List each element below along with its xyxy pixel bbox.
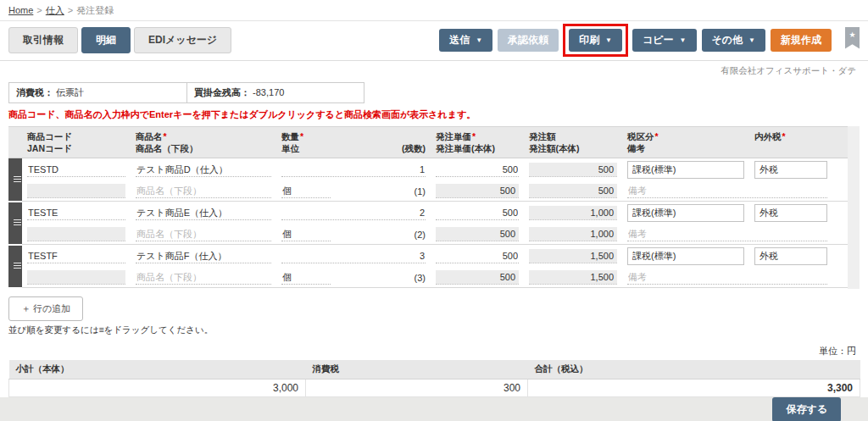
table-row-subline: (3) 500 1,500 bbox=[8, 268, 848, 288]
amount-body-readonly: 1,500 bbox=[529, 270, 617, 285]
amount-readonly: 1,500 bbox=[529, 249, 617, 263]
company-name: 有限会社オフィスサポート・ダテ bbox=[0, 61, 868, 79]
amount-readonly: 1,000 bbox=[529, 206, 617, 220]
print-highlight-box: 印刷▼ bbox=[563, 24, 628, 57]
add-row-button[interactable]: ＋ 行の追加 bbox=[8, 296, 83, 321]
subtotal-value: 3,000 bbox=[9, 379, 306, 396]
tax-header: 消費税 bbox=[306, 360, 528, 379]
breadcrumb-current: 発注登録 bbox=[76, 5, 114, 15]
chevron-down-icon: ▼ bbox=[605, 37, 612, 44]
memo-input[interactable] bbox=[627, 184, 827, 198]
drag-grip-icon bbox=[14, 219, 21, 226]
breadcrumb-home-link[interactable]: Home bbox=[8, 5, 33, 15]
unit-yen-note: 単位：円 bbox=[12, 345, 856, 357]
remaining-qty: (3) bbox=[415, 273, 426, 283]
product-name-input[interactable] bbox=[136, 163, 271, 177]
totals-value-row: 3,000 300 3,300 bbox=[9, 379, 860, 396]
tax-class-select[interactable]: 課税(標準) bbox=[627, 204, 744, 222]
col-header-actions bbox=[832, 127, 848, 158]
breadcrumb-separator: > bbox=[68, 5, 73, 15]
chevron-down-icon: ▼ bbox=[680, 37, 687, 44]
breadcrumb-purchase-link[interactable]: 仕入 bbox=[46, 5, 64, 15]
drag-handle[interactable] bbox=[8, 158, 22, 202]
save-button[interactable]: 保存する bbox=[772, 397, 841, 421]
totals-table: 小計（本体） 消費税 合計（税込） 3,000 300 3,300 bbox=[8, 360, 860, 397]
jan-code-readonly bbox=[27, 227, 125, 241]
required-mark: * bbox=[472, 131, 476, 141]
summary-info-strip: 消費税： 伝票計 買掛金残高： -83,170 bbox=[8, 82, 364, 103]
product-name2-input[interactable] bbox=[136, 184, 271, 198]
subtotal-header: 小計（本体） bbox=[9, 360, 306, 379]
product-code-input[interactable] bbox=[27, 249, 125, 263]
others-button[interactable]: その他▼ bbox=[702, 29, 765, 52]
total-header: 合計（税込） bbox=[528, 360, 860, 379]
tax-value: 300 bbox=[306, 379, 528, 396]
unit-price-input[interactable] bbox=[436, 163, 519, 177]
tab-detail[interactable]: 明細 bbox=[81, 27, 131, 53]
quantity-input[interactable] bbox=[281, 163, 426, 177]
table-row: 500 課税(標準) 外税 bbox=[8, 158, 848, 182]
breadcrumb-separator: > bbox=[36, 5, 42, 15]
breadcrumb: Home>仕入>発注登録 bbox=[0, 0, 868, 21]
star-icon: ★ bbox=[849, 30, 855, 49]
bookmark-ribbon[interactable]: ★ bbox=[845, 27, 860, 49]
memo-input[interactable] bbox=[627, 227, 827, 241]
unit-price-input[interactable] bbox=[436, 249, 519, 263]
remaining-qty: (1) bbox=[415, 186, 426, 197]
unit-price-input[interactable] bbox=[436, 206, 519, 220]
items-header-row: 商品コードJANコード 商品名*商品名（下段） 数量*単位(残数) 発注単価*発… bbox=[8, 127, 848, 158]
total-value: 3,300 bbox=[528, 379, 860, 396]
drag-column-header bbox=[8, 127, 22, 158]
in-out-tax-select[interactable]: 外税 bbox=[754, 247, 827, 265]
action-toolbar: 送信▼ 承認依頼 印刷▼ コピー▼ その他▼ 新規作成 ★ bbox=[439, 29, 860, 52]
product-name2-input[interactable] bbox=[136, 270, 271, 285]
drag-handle[interactable] bbox=[8, 202, 22, 245]
print-button[interactable]: 印刷▼ bbox=[569, 29, 622, 52]
unit-input[interactable] bbox=[281, 227, 331, 241]
product-name2-input[interactable] bbox=[136, 227, 271, 241]
tab-list: 取引情報 明細 EDIメッセージ bbox=[8, 27, 231, 53]
col-header-in-out-tax: 内外税* bbox=[749, 127, 832, 158]
scrollbar-track[interactable] bbox=[848, 126, 860, 289]
items-table: 商品コードJANコード 商品名*商品名（下段） 数量*単位(残数) 発注単価*発… bbox=[8, 126, 848, 289]
drag-handle[interactable] bbox=[8, 245, 22, 288]
totals-header-row: 小計（本体） 消費税 合計（税込） bbox=[9, 360, 860, 379]
copy-button[interactable]: コピー▼ bbox=[632, 29, 696, 52]
unit-input[interactable] bbox=[281, 270, 331, 285]
order-registration-page: Home>仕入>発注登録 取引情報 明細 EDIメッセージ 送信▼ 承認依頼 印… bbox=[0, 0, 868, 421]
product-code-input[interactable] bbox=[27, 163, 125, 177]
table-row: 1,500 課税(標準) 外税 bbox=[8, 245, 848, 269]
in-out-tax-select[interactable]: 外税 bbox=[754, 204, 827, 222]
create-new-button[interactable]: 新規作成 bbox=[771, 29, 832, 52]
consumption-tax-mode: 消費税： 伝票計 bbox=[9, 83, 187, 102]
drag-grip-icon bbox=[14, 176, 21, 183]
tab-trade-info[interactable]: 取引情報 bbox=[8, 27, 78, 53]
search-hint-notice: 商品コード、商品名の入力枠内でEnterキーを押下またはダブルクリックすると商品… bbox=[8, 108, 860, 121]
approval-request-button[interactable]: 承認依頼 bbox=[498, 29, 559, 52]
send-button[interactable]: 送信▼ bbox=[439, 29, 492, 52]
product-name-input[interactable] bbox=[136, 206, 271, 220]
tax-class-select[interactable]: 課税(標準) bbox=[627, 161, 744, 179]
table-row-subline: (2) 500 1,000 bbox=[8, 224, 848, 245]
jan-code-readonly bbox=[27, 270, 125, 285]
tab-edi-message[interactable]: EDIメッセージ bbox=[134, 27, 231, 53]
chevron-down-icon: ▼ bbox=[476, 37, 482, 44]
col-header-tax-class: 税区分*備考 bbox=[622, 127, 749, 158]
items-table-wrap: 商品コードJANコード 商品名*商品名（下段） 数量*単位(残数) 発注単価*発… bbox=[8, 126, 860, 289]
product-name-input[interactable] bbox=[136, 249, 271, 263]
amount-readonly: 500 bbox=[529, 163, 617, 177]
unit-price-body-readonly: 500 bbox=[436, 227, 519, 241]
in-out-tax-select[interactable]: 外税 bbox=[754, 161, 827, 179]
unit-input[interactable] bbox=[281, 184, 331, 198]
quantity-input[interactable] bbox=[281, 249, 426, 263]
col-header-product-code: 商品コードJANコード bbox=[22, 127, 131, 158]
product-code-input[interactable] bbox=[27, 206, 125, 220]
quantity-input[interactable] bbox=[281, 206, 426, 220]
memo-input[interactable] bbox=[627, 270, 827, 285]
tax-class-select[interactable]: 課税(標準) bbox=[627, 247, 744, 265]
required-mark: * bbox=[782, 131, 786, 141]
col-header-unit-price: 発注単価*発注単価(本体) bbox=[431, 127, 524, 158]
tab-toolbar-row: 取引情報 明細 EDIメッセージ 送信▼ 承認依頼 印刷▼ コピー▼ その他▼ … bbox=[0, 21, 868, 61]
table-row-subline: (1) 500 500 bbox=[8, 181, 848, 202]
unit-price-body-readonly: 500 bbox=[436, 184, 519, 198]
